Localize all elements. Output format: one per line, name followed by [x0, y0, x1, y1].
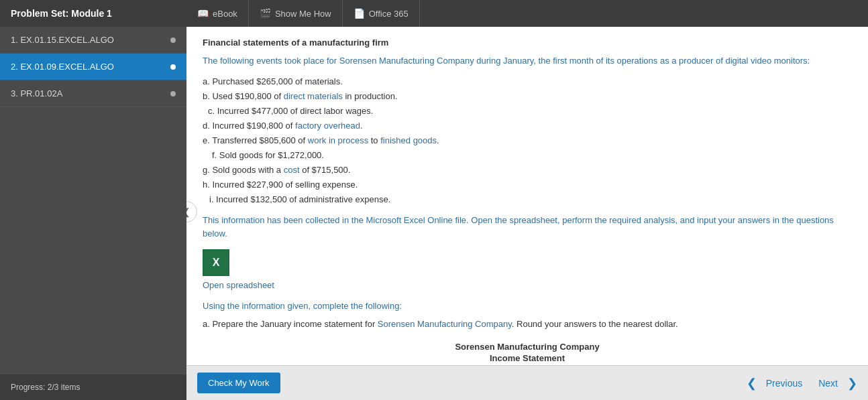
- previous-button[interactable]: Previous: [759, 374, 809, 393]
- collapse-icon: ❮: [186, 206, 191, 217]
- bottom-bar: Check My Work ❮ Previous Next ❯: [186, 365, 868, 400]
- tab-show-me-how[interactable]: 🎬 Show Me How: [249, 0, 343, 27]
- tabs-bar: 📖 eBook 🎬 Show Me How 📄 Office 365: [186, 0, 868, 27]
- event-g: g. Sold goods with a cost of $715,500.: [203, 163, 852, 178]
- event-c: c. Incurred $477,000 of direct labor wag…: [203, 104, 852, 119]
- sidebar-item-3-dot: [170, 91, 176, 96]
- progress-label: Progress:: [11, 383, 45, 392]
- spreadsheet-info-content: This information has been collected in t…: [203, 215, 834, 239]
- company-name: Sorensen Manufacturing Company: [203, 342, 852, 352]
- intro-text: The following events took place for Sore…: [203, 54, 852, 68]
- statement-period: For the Month Ended January 31: [203, 364, 852, 365]
- content-scrollable[interactable]: ❮ Financial statements of a manufacturin…: [186, 27, 868, 365]
- sidebar-item-3[interactable]: 3. PR.01.02A: [0, 80, 186, 107]
- ebook-icon: 📖: [197, 8, 209, 19]
- office365-icon: 📄: [354, 8, 365, 19]
- excel-letter: X: [213, 257, 220, 269]
- open-spreadsheet-link[interactable]: Open spreadsheet: [203, 280, 852, 290]
- spreadsheet-info-text: This information has been collected in t…: [203, 214, 852, 240]
- prepare-text: a. Prepare the January income statement …: [203, 318, 852, 331]
- show-me-how-label: Show Me How: [275, 9, 331, 19]
- sidebar-item-2-dot: [170, 64, 176, 70]
- problem-set-title-text: Problem Set: Module 1: [11, 8, 112, 19]
- event-b: b. Used $190,800 of direct materials in …: [203, 89, 852, 104]
- open-spreadsheet-label: Open spreadsheet: [203, 280, 274, 290]
- sidebar-item-1-label: 1. EX.01.15.EXCEL.ALGO: [11, 35, 114, 45]
- using-info: Using the information given, complete th…: [203, 301, 852, 311]
- content-panel: ❮ Financial statements of a manufacturin…: [186, 27, 868, 400]
- top-header: Problem Set: Module 1 📖 eBook 🎬 Show Me …: [0, 0, 868, 27]
- ebook-label: eBook: [213, 9, 237, 19]
- sidebar-item-2[interactable]: 2. EX.01.09.EXCEL.ALGO: [0, 54, 186, 80]
- check-my-work-label: Check My Work: [208, 378, 270, 388]
- statement-title: Income Statement: [203, 353, 852, 363]
- event-f: f. Sold goods for $1,272,000.: [203, 148, 852, 163]
- page-title: Financial statements of a manufacturing …: [203, 38, 852, 48]
- previous-label: Previous: [766, 378, 802, 389]
- excel-icon: X: [203, 249, 229, 276]
- sidebar-item-3-label: 3. PR.01.02A: [11, 88, 62, 98]
- sidebar-item-1[interactable]: 1. EX.01.15.EXCEL.ALGO: [0, 27, 186, 54]
- intro-text-content: The following events took place for Sore…: [203, 56, 810, 66]
- using-info-text: Using the information given, complete th…: [203, 301, 402, 311]
- next-chevron-icon: ❯: [847, 376, 857, 391]
- collapse-sidebar-button[interactable]: ❮: [186, 201, 197, 222]
- next-button[interactable]: Next: [812, 374, 845, 393]
- progress-value: 2/3 items: [48, 383, 80, 392]
- income-statement: Sorensen Manufacturing Company Income St…: [203, 342, 852, 365]
- sidebar-item-2-label: 2. EX.01.09.EXCEL.ALGO: [11, 62, 114, 72]
- tab-office365[interactable]: 📄 Office 365: [343, 0, 420, 27]
- event-a: a. Purchased $265,000 of materials.: [203, 74, 852, 89]
- office365-label: Office 365: [369, 9, 409, 19]
- main-layout: 1. EX.01.15.EXCEL.ALGO 2. EX.01.09.EXCEL…: [0, 27, 868, 400]
- event-i: i. Incurred $132,500 of administrative e…: [203, 192, 852, 207]
- page-title-text: Financial statements of a manufacturing …: [203, 38, 388, 48]
- excel-section: X: [203, 249, 852, 276]
- previous-chevron-icon: ❮: [747, 376, 757, 391]
- event-e: e. Transferred $805,600 of work in proce…: [203, 133, 852, 148]
- progress-area: Progress: 2/3 items: [0, 375, 186, 400]
- sidebar-item-1-dot: [170, 38, 176, 43]
- tab-ebook[interactable]: 📖 eBook: [186, 0, 249, 27]
- problem-set-title: Problem Set: Module 1: [0, 0, 186, 27]
- events-list: a. Purchased $265,000 of materials. b. U…: [203, 74, 852, 208]
- nav-buttons: ❮ Previous Next ❯: [747, 374, 857, 393]
- next-label: Next: [818, 378, 838, 389]
- event-h: h. Incurred $227,900 of selling expense.: [203, 178, 852, 192]
- event-d: d. Incurred $190,800 of factory overhead…: [203, 119, 852, 133]
- show-me-how-icon: 🎬: [260, 8, 271, 19]
- check-my-work-button[interactable]: Check My Work: [197, 373, 280, 393]
- sidebar: 1. EX.01.15.EXCEL.ALGO 2. EX.01.09.EXCEL…: [0, 27, 186, 400]
